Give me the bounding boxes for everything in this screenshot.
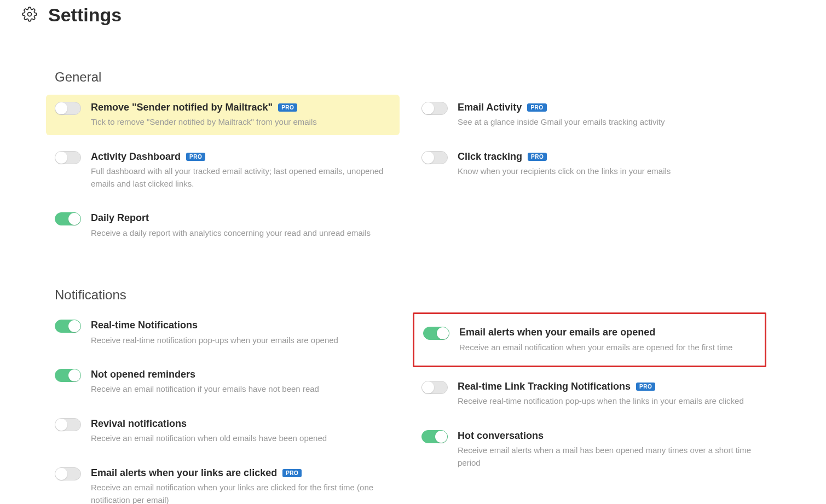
setting-hot-conversations: Hot conversations Receive email alerts w… — [413, 423, 766, 476]
section-title-general: General — [55, 69, 766, 85]
section-notifications: Notifications Real-time Notifications Re… — [55, 287, 766, 504]
setting-title: Email alerts when your emails are opened — [459, 326, 655, 339]
setting-title: Not opened reminders — [91, 368, 195, 381]
toggle-not-opened-reminders[interactable] — [55, 369, 81, 382]
toggle-realtime-notifications[interactable] — [55, 320, 81, 333]
toggle-email-alerts-opened[interactable] — [423, 327, 449, 340]
setting-title: Activity Dashboard — [91, 150, 181, 163]
setting-desc: See at a glance inside Gmail your emails… — [458, 116, 758, 129]
setting-desc: Receive an email notification when old e… — [91, 432, 391, 445]
setting-title: Email alerts when your links are clicked — [91, 467, 277, 479]
toggle-email-alerts-links[interactable] — [55, 467, 81, 480]
page-header: Settings — [22, 4, 826, 26]
setting-desc: Receive real-time notification pop-ups w… — [91, 334, 391, 347]
pro-badge: PRO — [528, 153, 547, 161]
pro-badge: PRO — [527, 103, 546, 112]
setting-title: Real-time Notifications — [91, 319, 198, 332]
setting-daily-report: Daily Report Receive a daily report with… — [46, 205, 400, 246]
setting-activity-dashboard: Activity Dashboard PRO Full dashboard wi… — [46, 144, 400, 196]
setting-desc: Receive email alerts when a mail has bee… — [458, 444, 758, 469]
setting-desc: Receive a daily report with analytics co… — [91, 227, 391, 240]
setting-title: Remove "Sender notified by Mailtrack" — [91, 101, 273, 114]
svg-point-0 — [28, 12, 32, 16]
setting-desc: Receive an email notification if your em… — [91, 383, 391, 396]
section-title-notifications: Notifications — [55, 287, 766, 303]
setting-revival-notifications: Revival notifications Receive an email n… — [46, 411, 400, 451]
toggle-activity-dashboard[interactable] — [55, 151, 81, 164]
setting-not-opened-reminders: Not opened reminders Receive an email no… — [46, 362, 400, 402]
setting-desc: Know when your recipients click on the l… — [458, 165, 758, 178]
setting-realtime-link-tracking: Real-time Link Tracking Notifications PR… — [413, 374, 766, 414]
setting-title: Real-time Link Tracking Notifications — [458, 380, 631, 393]
setting-title: Email Activity — [458, 101, 522, 114]
toggle-realtime-link-tracking[interactable] — [421, 381, 448, 394]
setting-email-activity: Email Activity PRO See at a glance insid… — [413, 95, 766, 135]
gear-icon — [22, 7, 37, 24]
toggle-email-activity[interactable] — [421, 102, 448, 115]
setting-click-tracking: Click tracking PRO Know when your recipi… — [413, 144, 766, 184]
setting-desc: Receive real-time notification pop-ups w… — [458, 395, 758, 408]
setting-desc: Receive an email notification when your … — [459, 341, 756, 354]
setting-desc: Tick to remove "Sender notified by Mailt… — [91, 116, 391, 129]
setting-desc: Receive an email notification when your … — [91, 482, 391, 504]
setting-title: Revival notifications — [91, 418, 187, 430]
setting-title: Click tracking — [458, 150, 522, 163]
toggle-hot-conversations[interactable] — [421, 430, 448, 443]
toggle-remove-signature[interactable] — [55, 102, 81, 115]
setting-title: Hot conversations — [458, 430, 544, 442]
setting-title: Daily Report — [91, 212, 149, 224]
setting-realtime-notifications: Real-time Notifications Receive real-tim… — [46, 312, 400, 353]
section-general: General Remove "Sender notified by Mailt… — [55, 69, 766, 254]
pro-badge: PRO — [186, 153, 205, 161]
pro-badge: PRO — [636, 383, 655, 391]
setting-desc: Full dashboard with all your tracked ema… — [91, 165, 391, 190]
setting-email-alerts-links: Email alerts when your links are clicked… — [46, 460, 400, 504]
toggle-revival-notifications[interactable] — [55, 418, 81, 431]
toggle-daily-report[interactable] — [55, 212, 81, 225]
pro-badge: PRO — [282, 469, 302, 477]
setting-remove-signature: Remove "Sender notified by Mailtrack" PR… — [46, 95, 400, 135]
setting-email-alerts-opened: Email alerts when your emails are opened… — [413, 312, 766, 367]
pro-badge: PRO — [278, 103, 297, 112]
toggle-click-tracking[interactable] — [421, 151, 448, 164]
page-title: Settings — [48, 4, 122, 26]
